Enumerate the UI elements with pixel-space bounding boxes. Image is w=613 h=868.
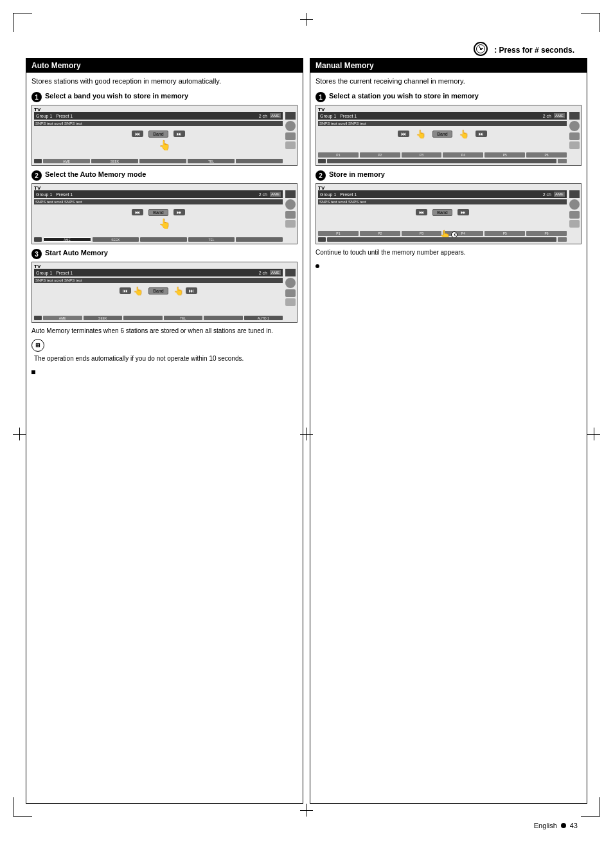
page-footer: English 43 bbox=[534, 822, 578, 829]
manual-tv-top-bar-1: Group 1 Preset 1 2 ch AME bbox=[318, 112, 567, 120]
crosshair-bottom bbox=[300, 804, 313, 817]
corner-mark-tl bbox=[13, 13, 32, 32]
auto-memory-desc: Stores stations with good reception in m… bbox=[31, 77, 298, 86]
manual-tv-right-icons-1 bbox=[569, 112, 580, 149]
manual-memory-screen1: TV Group 1 Preset 1 2 ch AME SNPS text s… bbox=[315, 105, 582, 166]
auto-memory-step3-title: Start Auto Memory bbox=[45, 248, 108, 257]
auto-memory-bullet-dot bbox=[31, 367, 298, 376]
manual-tv-right-icons-2 bbox=[569, 190, 580, 228]
manual-memory-step2-title: Store in memory bbox=[329, 170, 385, 179]
auto-memory-step1-title: Select a band you wish to store in memor… bbox=[45, 91, 188, 100]
auto-memory-step2-header: 2 Select the Auto Memory mode bbox=[31, 170, 298, 181]
tv-top-bar-2: Group 1 Preset 1 2 ch AME bbox=[34, 190, 283, 198]
auto-memory-screen3: TV Group 1 Preset 1 2 ch AME SNPS text s… bbox=[31, 262, 298, 323]
tv-right-icons-1 bbox=[285, 112, 296, 149]
auto-memory-step1-header: 1 Select a band you wish to store in mem… bbox=[31, 91, 298, 102]
auto-memory-title: Auto Memory bbox=[26, 59, 303, 73]
manual-tv-controls-2: ⏮ Band ⏭ bbox=[318, 207, 567, 217]
manual-step2-number: 2 bbox=[315, 170, 326, 181]
manual-memory-bullet-dot bbox=[315, 261, 582, 270]
hand-icon-2: 👆 bbox=[159, 218, 171, 230]
tv-bottom-1: AME SEEK TEL bbox=[34, 158, 283, 164]
footer-language: English bbox=[534, 822, 557, 829]
manual-tv-top-bar-2: Group 1 Preset 1 2 ch AME bbox=[318, 190, 567, 198]
crosshair-right bbox=[587, 428, 600, 440]
crosshair-top bbox=[300, 13, 313, 26]
manual-memory-step1-title: Select a station you wish to store in me… bbox=[329, 91, 479, 100]
manual-tv-scroll-2: SNPS text scroll SNPS text bbox=[318, 199, 567, 204]
press-label: : Press for # seconds. bbox=[494, 46, 574, 55]
auto-memory-info: ⊞ bbox=[31, 339, 298, 352]
manual-memory-desc: Stores the current receiving channel in … bbox=[315, 77, 582, 86]
tv-controls-2: ⏮ Band ⏭ bbox=[34, 207, 283, 217]
tv-scroll-1: SNPS text scroll SNPS text bbox=[34, 121, 283, 126]
manual-memory-section: Manual Memory Stores the current receivi… bbox=[310, 58, 587, 804]
manual-memory-step2-header: 2 Store in memory bbox=[315, 170, 582, 181]
tv-bottom-2: AME SEEK TEL bbox=[34, 237, 283, 242]
manual-memory-step1-header: 1 Select a station you wish to store in … bbox=[315, 91, 582, 102]
tv-controls-1: ⏮ Band ⏭ bbox=[34, 129, 283, 139]
manual-memory-title: Manual Memory bbox=[310, 59, 587, 73]
tv-scroll-2: SNPS text scroll SNPS text bbox=[34, 199, 283, 204]
manual-preset-row-1: P1 P2 P3 P4 P5 P6 bbox=[318, 152, 567, 158]
manual-tv-controls-1: ⏮ 👆 Band 👆 ⏭ bbox=[318, 129, 567, 139]
manual-tv-bottom-1 bbox=[318, 158, 567, 164]
header-area: : Press for # seconds. bbox=[474, 42, 574, 59]
tv-right-icons-2 bbox=[285, 190, 296, 228]
auto-memory-body: Stores stations with good reception in m… bbox=[26, 73, 303, 380]
info-icon: ⊞ bbox=[31, 339, 44, 352]
auto-memory-screen2: TV Group 1 Preset 1 2 ch AME SNPS text s… bbox=[31, 183, 298, 244]
auto-memory-bullet: The operation ends automatically if you … bbox=[31, 354, 298, 363]
tv-controls-3: ⏮ 👆 Band 👆 ⏭ bbox=[34, 285, 283, 296]
auto-memory-section: Auto Memory Stores stations with good re… bbox=[26, 58, 303, 804]
tv-scroll-3: SNPS text scroll SNPS text bbox=[34, 278, 283, 283]
tv-top-bar-1: Group 1 Preset 1 2 ch AME bbox=[34, 112, 283, 120]
corner-mark-tr bbox=[581, 13, 600, 32]
manual-tv-scroll-1: SNPS text scroll SNPS text bbox=[318, 121, 567, 126]
tv-top-bar-3: Group 1 Preset 1 2 ch AME bbox=[34, 269, 283, 276]
hand-icon-1: 👆 bbox=[159, 140, 171, 151]
manual-memory-body: Stores the current receiving channel in … bbox=[310, 73, 587, 274]
auto-memory-step3-header: 3 Start Auto Memory bbox=[31, 248, 298, 259]
tv-bottom-3: AME SEEK TEL AUTO 1 bbox=[34, 315, 283, 321]
crosshair-left bbox=[13, 428, 26, 440]
step2-number: 2 bbox=[31, 170, 42, 181]
auto-memory-note: Auto Memory terminates when 6 stations a… bbox=[31, 327, 298, 336]
footer-dot bbox=[561, 823, 566, 828]
auto-memory-screen1: TV Group 1 Preset 1 2 ch AME SNPS text s… bbox=[31, 105, 298, 166]
manual-step1-number: 1 bbox=[315, 92, 326, 102]
press-seconds-icon bbox=[474, 42, 490, 59]
auto-memory-step2-title: Select the Auto Memory mode bbox=[45, 170, 146, 179]
step3-number: 3 bbox=[31, 249, 42, 259]
step1-number: 1 bbox=[31, 92, 42, 102]
manual-memory-note: Continue to touch until the memory numbe… bbox=[315, 248, 582, 257]
manual-tv-bottom-2 bbox=[318, 237, 567, 242]
manual-memory-screen2: TV Group 1 Preset 1 2 ch AME SNPS text s… bbox=[315, 183, 582, 244]
tv-right-icons-3 bbox=[285, 269, 296, 306]
main-content: Auto Memory Stores stations with good re… bbox=[26, 58, 587, 804]
footer-page-number: 43 bbox=[570, 822, 578, 829]
